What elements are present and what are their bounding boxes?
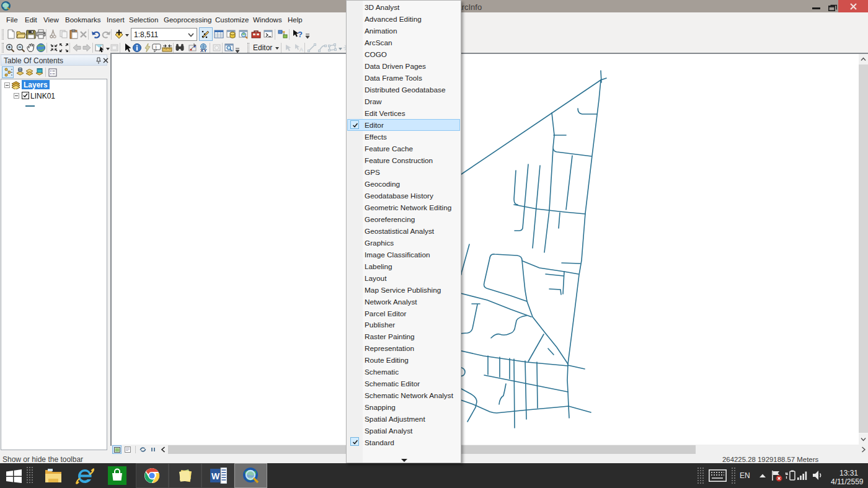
svg-text:XY: XY (200, 48, 207, 53)
svg-text:W: W (211, 471, 220, 481)
svg-text:A: A (299, 47, 303, 53)
svg-text:?: ? (298, 30, 303, 39)
